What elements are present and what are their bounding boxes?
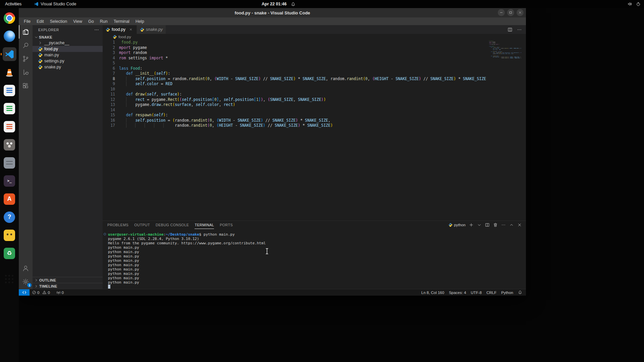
run-debug-icon[interactable]	[19, 65, 33, 79]
line-number: 4	[103, 56, 115, 61]
clock-area[interactable]: Apr 22 01:46	[262, 0, 295, 8]
dock-item-impress[interactable]	[3, 120, 16, 133]
new-terminal-icon[interactable]	[469, 223, 474, 227]
line-number: 13	[103, 102, 115, 108]
dock-item-software[interactable]: A	[3, 192, 16, 206]
source-control-icon[interactable]	[19, 52, 33, 65]
menu-help[interactable]: Help	[132, 17, 147, 25]
menu-run[interactable]: Run	[97, 17, 111, 25]
menu-file[interactable]: File	[21, 17, 34, 25]
dock-item-chrome[interactable]	[3, 11, 16, 25]
terminal-line: python main.py	[103, 267, 526, 272]
panel-tab-terminal[interactable]: TERMINAL	[195, 221, 214, 229]
panel-tab-output[interactable]: OUTPUT	[134, 221, 150, 229]
code-line: random.randint(0, (HEIGHT - SNAKE_SIZE) …	[119, 123, 487, 128]
status-remote-indicator[interactable]	[19, 289, 30, 296]
terminal-output[interactable]: user@user-virtual-machine:~/Desktop/snak…	[103, 229, 526, 289]
close-panel-icon[interactable]	[517, 223, 522, 227]
dock-item-gimp[interactable]	[3, 138, 16, 152]
dock-item-vscode[interactable]	[3, 47, 16, 61]
panel-tab-debug-console[interactable]: DEBUG CONSOLE	[156, 221, 189, 229]
file-snake.py[interactable]: snake.py	[33, 64, 103, 70]
code-content[interactable]: # food.pyimport pygameimport randomfrom …	[119, 40, 489, 221]
menu-view[interactable]: View	[70, 17, 85, 25]
python-file-icon	[38, 47, 43, 51]
terminal-line: python main.py	[103, 245, 526, 250]
close-button[interactable]	[517, 9, 524, 16]
terminal-dropdown-icon[interactable]	[477, 223, 482, 227]
activities-button[interactable]: Activities	[0, 0, 26, 8]
maximize-panel-icon[interactable]	[509, 223, 514, 227]
file-__pycache__[interactable]: __pycache__	[33, 40, 103, 46]
window-title-bar[interactable]: food.py - snake - Visual Studio Code	[19, 8, 526, 17]
status-problems[interactable]: 00	[30, 289, 54, 296]
file-food.py[interactable]: food.py	[33, 46, 103, 52]
status-eol[interactable]: CRLF	[484, 289, 499, 296]
timeline-section[interactable]: TIMELINE	[33, 283, 103, 289]
panel-tab-ports[interactable]: PORTS	[220, 221, 233, 229]
tab-snake.py[interactable]: snake.py	[137, 25, 166, 34]
status-encoding[interactable]: UTF-8	[469, 289, 484, 296]
status-ports-forwarded[interactable]: 0	[54, 289, 68, 296]
explorer-title: EXPLORER	[38, 28, 59, 32]
line-number: 6	[103, 66, 115, 71]
line-number: 16	[103, 118, 115, 123]
close-icon[interactable]	[128, 27, 133, 32]
minimap[interactable]: # food.pyimport pygameimport randomfrom …	[489, 41, 521, 221]
menu-selection[interactable]: Selection	[47, 17, 70, 25]
status-indentation[interactable]: Spaces: 4	[446, 289, 468, 296]
file-main.py[interactable]: main.py	[33, 52, 103, 58]
status-text: Spaces: 4	[449, 291, 466, 295]
status-cursor-position[interactable]: Ln 8, Col 160	[419, 289, 446, 296]
focused-app-indicator[interactable]: Visual Studio Code	[34, 2, 76, 6]
kill-terminal-icon[interactable]	[493, 223, 498, 227]
panel-tab-bar: PROBLEMSOUTPUTDEBUG CONSOLETERMINALPORTS…	[103, 221, 526, 229]
explorer-icon[interactable]	[19, 25, 33, 39]
outline-section[interactable]: OUTLINE	[33, 277, 103, 283]
maximize-button[interactable]	[507, 9, 514, 16]
folder-section-header[interactable]: SNAKE	[33, 34, 103, 40]
python-file-icon	[140, 27, 144, 32]
folder-section-label: SNAKE	[39, 35, 52, 39]
minimize-button[interactable]	[498, 9, 505, 16]
code-line: def draw(self, surface):	[119, 92, 487, 97]
breadcrumb[interactable]: food.py	[103, 34, 526, 40]
activity-bar: 1	[19, 25, 33, 289]
window-title: food.py - snake - Visual Studio Code	[234, 10, 310, 15]
editor-more-actions-icon[interactable]	[517, 27, 522, 32]
account-icon[interactable]	[19, 261, 33, 275]
notification-bell-icon	[291, 2, 295, 6]
dock-item-terminal[interactable]: >_	[3, 174, 16, 188]
explorer-more-actions-icon[interactable]	[94, 27, 99, 33]
search-icon[interactable]	[19, 39, 33, 52]
terminal-line: user@user-virtual-machine:~/Desktop/snak…	[103, 232, 526, 237]
chevron-right-icon	[34, 284, 38, 288]
split-terminal-icon[interactable]	[485, 223, 490, 227]
dock-item-calc[interactable]	[3, 102, 16, 115]
system-tray[interactable]	[628, 0, 641, 8]
panel-more-actions-icon[interactable]	[501, 223, 506, 227]
tab-food.py[interactable]: food.py	[103, 25, 137, 34]
settings-icon[interactable]: 1	[19, 275, 33, 288]
split-editor-icon[interactable]	[507, 27, 513, 32]
dock-item-help[interactable]: ?	[3, 210, 16, 224]
terminal-shell-selector[interactable]: python	[448, 223, 466, 227]
status-notifications[interactable]	[516, 289, 525, 296]
python-file-icon	[113, 35, 117, 39]
dock-item-cheese[interactable]	[3, 228, 16, 242]
file-settings.py[interactable]: settings.py	[33, 58, 103, 64]
menu-terminal[interactable]: Terminal	[111, 17, 132, 25]
menu-go[interactable]: Go	[85, 17, 97, 25]
dock-item-recycle[interactable]: ♻	[3, 246, 16, 260]
dock-item-vlc[interactable]	[3, 65, 16, 79]
panel-tab-problems[interactable]: PROBLEMS	[107, 221, 128, 229]
dock-item-firefox[interactable]	[3, 29, 16, 43]
editor-scrollbar[interactable]	[521, 40, 526, 221]
file-label: settings.py	[44, 59, 64, 63]
dock-item-writer[interactable]	[3, 83, 16, 97]
dock-item-files[interactable]	[3, 156, 16, 170]
menu-edit[interactable]: Edit	[34, 17, 47, 25]
extensions-icon[interactable]	[19, 79, 33, 92]
status-language-mode[interactable]: Python	[499, 289, 516, 296]
terminal-line	[103, 285, 526, 289]
